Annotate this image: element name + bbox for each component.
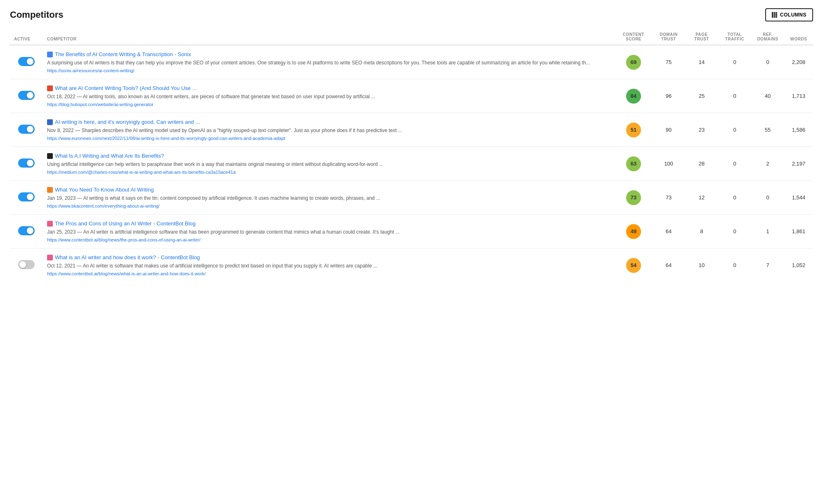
favicon [47,85,53,91]
competitor-title-text: What You Need To Know About AI Writing [55,187,154,193]
toggle-thumb [19,261,26,268]
score-badge: 84 [626,89,641,104]
competitor-title-text: What is an AI writer and how does it wor… [55,254,200,260]
domain-trust-value: 73 [666,194,672,201]
content-score-cell: 54 [615,248,652,282]
domain-trust-cell: 64 [652,215,685,248]
score-badge: 63 [626,156,641,171]
table-row: What is an AI writer and how does it wor… [10,248,813,282]
col-active: ACTIVE [10,29,43,45]
page-trust-cell: 10 [685,248,718,282]
domain-trust-value: 100 [664,161,673,167]
competitor-title-link[interactable]: The Pros and Cons of Using an AI Writer … [47,220,611,227]
page-trust-cell: 8 [685,215,718,248]
total-traffic-value: 0 [733,93,736,99]
columns-button[interactable]: COLUMNS [765,8,813,21]
page-trust-cell: 28 [685,147,718,181]
words-cell: 1,544 [784,181,813,215]
toggle-switch[interactable] [18,226,35,235]
page-trust-value: 12 [699,194,705,201]
page-trust-cell: 23 [685,113,718,147]
page-trust-cell: 14 [685,45,718,79]
domain-trust-value: 90 [666,127,672,133]
toggle-thumb [27,160,33,166]
ref-domains-value: 55 [765,127,771,133]
competitor-title-link[interactable]: The Benefits of AI Content Writing & Tra… [47,51,611,57]
toggle-switch[interactable] [18,91,35,100]
active-cell [10,147,43,181]
competitors-table: ACTIVE COMPETITOR CONTENTSCORE DOMAINTRU… [10,29,813,282]
active-cell [10,181,43,215]
svg-rect-1 [773,12,775,18]
total-traffic-cell: 0 [718,45,751,79]
ref-domains-cell: 7 [751,248,784,282]
toggle-thumb [27,126,33,133]
ref-domains-cell: 0 [751,181,784,215]
score-badge: 49 [626,224,641,239]
score-badge: 73 [626,190,641,205]
competitor-cell: What are AI Content Writing Tools? (And … [43,79,615,113]
table-row: The Pros and Cons of Using an AI Writer … [10,215,813,248]
total-traffic-cell: 0 [718,215,751,248]
favicon [47,153,53,159]
page-trust-value: 23 [699,127,705,133]
ref-domains-cell: 40 [751,79,784,113]
competitor-title-text: The Benefits of AI Content Writing & Tra… [55,51,191,57]
active-cell [10,113,43,147]
score-badge: 51 [626,123,641,137]
active-cell [10,215,43,248]
ref-domains-value: 2 [766,161,769,167]
competitor-title-link[interactable]: What is an AI writer and how does it wor… [47,254,611,260]
toggle-switch[interactable] [18,159,35,168]
words-value: 1,052 [792,262,806,268]
toggle-switch[interactable] [18,125,35,134]
page-title: Competitors [10,9,64,20]
total-traffic-value: 0 [733,194,736,201]
active-cell [10,45,43,79]
domain-trust-value: 96 [666,93,672,99]
favicon [47,52,53,57]
competitor-description: Jan 25, 2023 — An AI writer is artificia… [47,228,611,236]
ref-domains-cell: 55 [751,113,784,147]
competitor-title-link[interactable]: What You Need To Know About AI Writing [47,187,611,193]
page-trust-value: 8 [700,228,703,234]
competitor-title-link[interactable]: AI writing is here, and it's worryingly … [47,119,611,125]
domain-trust-cell: 96 [652,79,685,113]
total-traffic-value: 0 [733,228,736,234]
ref-domains-value: 7 [766,262,769,268]
competitor-cell: What is an AI writer and how does it wor… [43,248,615,282]
toggle-switch[interactable] [18,57,35,66]
total-traffic-cell: 0 [718,248,751,282]
total-traffic-cell: 0 [718,113,751,147]
competitor-title-link[interactable]: What Is A.I Writing and What Are Its Ben… [47,153,611,159]
col-competitor: COMPETITOR [43,29,615,45]
competitor-cell: AI writing is here, and it's worryingly … [43,113,615,147]
competitor-description: Nov 8, 2022 — Sharples describes the AI … [47,127,611,134]
table-row: What You Need To Know About AI WritingJa… [10,181,813,215]
words-value: 1,861 [792,228,806,234]
total-traffic-value: 0 [733,161,736,167]
col-words: WORDS [784,29,813,45]
ref-domains-value: 0 [766,59,769,65]
competitor-url: https://sonix.ai/resources/ai-content-wr… [47,68,611,73]
total-traffic-value: 0 [733,262,736,268]
competitor-description: A surprising use of AI writers is that t… [47,59,611,66]
total-traffic-value: 0 [733,59,736,65]
competitor-title-link[interactable]: What are AI Content Writing Tools? (And … [47,85,611,91]
competitor-description: Oct 18, 2022 — AI writing tools, also kn… [47,93,611,100]
domain-trust-cell: 75 [652,45,685,79]
table-body: The Benefits of AI Content Writing & Tra… [10,45,813,282]
words-value: 2,197 [792,161,806,167]
words-value: 1,713 [792,93,806,99]
domain-trust-cell: 90 [652,113,685,147]
toggle-switch[interactable] [18,192,35,201]
score-badge: 69 [626,55,641,70]
page-trust-cell: 12 [685,181,718,215]
ref-domains-value: 40 [765,93,771,99]
total-traffic-cell: 0 [718,147,751,181]
competitor-url: https://www.contentbot.ai/blog/news/what… [47,271,611,276]
domain-trust-cell: 64 [652,248,685,282]
toggle-thumb [27,92,33,99]
toggle-switch[interactable] [18,260,35,269]
competitor-url: https://blog.hubspot.com/website/ai-writ… [47,102,611,107]
